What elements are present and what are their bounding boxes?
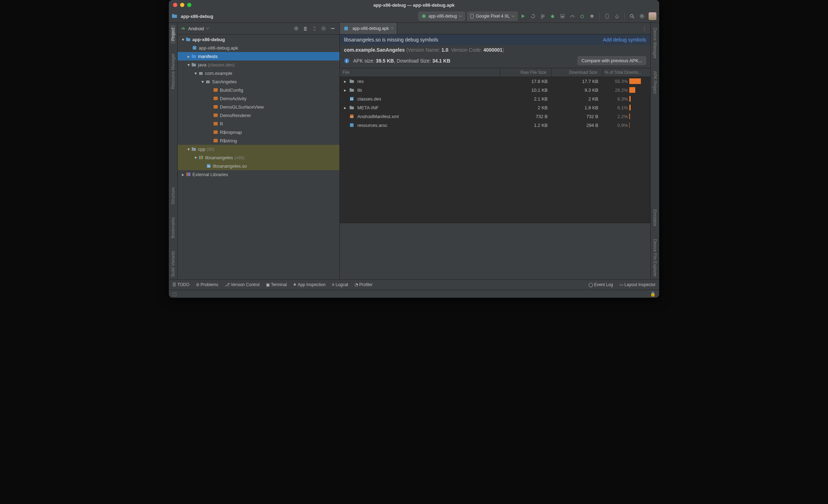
tree-class[interactable]: DemoRenderer [178, 111, 339, 119]
table-row[interactable]: ▸lib10.1 KB9.3 KB29.2% [340, 86, 650, 95]
run-config-selector[interactable]: app-x86-debug [418, 12, 465, 21]
tool-logcat[interactable]: ≡ Logcat [332, 282, 348, 287]
tree-class[interactable]: DemoActivity [178, 94, 339, 103]
project-view-mode[interactable]: Android [188, 26, 204, 31]
svg-rect-56 [188, 173, 189, 176]
minimize-window-button[interactable] [180, 3, 184, 7]
tool-profiler[interactable]: ◔ Profiler [355, 282, 372, 287]
svg-rect-45 [214, 122, 218, 125]
percent: 6.1% [603, 105, 628, 110]
collapse-all-button[interactable] [312, 26, 318, 31]
expand-all-button[interactable] [303, 26, 309, 31]
tool-apk-project[interactable]: APK Project [652, 68, 657, 97]
tool-bookmarks[interactable]: Bookmarks [171, 214, 176, 241]
tree-package[interactable]: ▾ com.example [178, 69, 339, 77]
svg-rect-49 [192, 147, 193, 148]
editor-main: app-x86-debug.apk × ⋮ libsanangeles.so i… [340, 23, 650, 279]
stop-button[interactable] [589, 13, 595, 19]
file-name: res [357, 79, 364, 84]
svg-rect-68 [350, 106, 351, 107]
apply-changes-button[interactable] [530, 13, 536, 19]
svg-rect-26 [304, 27, 307, 28]
select-opened-file-button[interactable] [294, 26, 300, 31]
profile-button[interactable] [569, 13, 575, 19]
tool-app-inspection[interactable]: ✷ App Inspection [293, 282, 325, 287]
tree-class[interactable]: R$mipmap [178, 128, 339, 136]
module-icon [185, 37, 191, 42]
status-tool-windows-button[interactable]: ▢ [172, 291, 177, 297]
tool-device-manager[interactable]: Device Manager [652, 25, 657, 61]
close-tab-button[interactable]: × [391, 26, 393, 31]
tree-class[interactable]: BuildConfig [178, 86, 339, 94]
tool-device-file-explorer[interactable]: Device File Explorer [652, 236, 657, 279]
download-size: 9.3 KB [553, 88, 603, 93]
settings-button[interactable] [639, 13, 645, 19]
tree-cpp[interactable]: ▾ cpp (lib) [178, 145, 339, 153]
svg-rect-63 [350, 89, 354, 92]
left-tool-gutter: Project Resource Manager Structure Bookm… [169, 23, 178, 279]
tree-root[interactable]: ▾ app-x86-debug [178, 35, 339, 44]
tool-resource-manager[interactable]: Resource Manager [171, 51, 176, 92]
apk-size-row: i APK size: 39.5 KB, Download Size: 34.1… [340, 55, 650, 68]
table-row[interactable]: 01classes.dex2.1 KB2 KB6.3% [340, 95, 650, 103]
run-button[interactable] [520, 13, 526, 19]
download-size: 294 B [553, 123, 603, 128]
debug-button[interactable] [549, 13, 556, 19]
tree-external-libs[interactable]: ▸ External Libraries [178, 170, 339, 179]
svg-rect-39 [199, 72, 203, 75]
coverage-button[interactable] [559, 13, 566, 19]
tree-manifests[interactable]: ▸ manifests [178, 52, 339, 60]
tree-class[interactable]: R [178, 119, 339, 128]
table-row[interactable]: <>AndroidManifest.xml732 B732 B2.2% [340, 112, 650, 121]
svg-rect-42 [214, 97, 218, 100]
tool-event-log[interactable]: ◯ Event Log [588, 282, 613, 287]
table-row[interactable]: ▸META-INF2 KB1.9 KB6.1% [340, 103, 650, 112]
tree-class[interactable]: R$string [178, 136, 339, 145]
tool-structure[interactable]: Structure [171, 185, 176, 207]
tool-todo[interactable]: ☰ TODO [172, 282, 190, 287]
tree-apk[interactable]: app-x86-debug.apk [178, 44, 339, 52]
class-icon [213, 121, 218, 127]
folder-icon [349, 78, 355, 84]
user-avatar[interactable] [649, 12, 656, 20]
tool-problems[interactable]: ⊘ Problems [196, 282, 218, 287]
svg-point-30 [321, 26, 326, 31]
tool-layout-inspector[interactable]: ▭ Layout Inspector [619, 282, 656, 287]
svg-rect-27 [304, 28, 307, 29]
panel-settings-button[interactable] [321, 26, 327, 31]
info-icon: i [344, 58, 350, 64]
chevron-down-icon [512, 15, 515, 18]
tool-emulator[interactable]: Emulator [652, 207, 657, 229]
tool-terminal[interactable]: ▣ Terminal [266, 282, 287, 287]
apply-code-changes-button[interactable] [540, 13, 546, 19]
tree-java[interactable]: ▾ java (classes.dex) [178, 60, 339, 69]
folder-icon [191, 62, 197, 67]
tree-so-file[interactable]: 01 libsanangeles.so [178, 162, 339, 170]
attach-debugger-button[interactable] [579, 13, 585, 19]
zoom-window-button[interactable] [187, 3, 191, 7]
svg-rect-3 [471, 14, 473, 18]
close-window-button[interactable] [173, 3, 177, 7]
tool-project[interactable]: Project [171, 25, 176, 44]
raw-size: 10.1 KB [502, 88, 553, 93]
tree-package[interactable]: ▾ SanAngeles [178, 77, 339, 86]
hide-panel-button[interactable] [330, 26, 337, 31]
search-button[interactable] [629, 13, 635, 19]
compare-apk-button[interactable]: Compare with previous APK... [578, 56, 646, 65]
tree-native-lib[interactable]: ▾ libsanangeles (x86) [178, 153, 339, 162]
table-row[interactable]: resources.arsc1.2 KB294 B0.9% [340, 121, 650, 130]
tool-vcs[interactable]: ⎇ Version Control [225, 282, 260, 287]
tool-build-variants[interactable]: Build Variants [171, 248, 176, 279]
avd-manager-button[interactable] [614, 13, 620, 19]
editor-tab[interactable]: app-x86-debug.apk × [340, 23, 397, 34]
project-tree[interactable]: ▾ app-x86-debug app-x86-debug.apk ▸ mani… [178, 34, 339, 279]
add-debug-symbols-link[interactable]: Add debug symbols [603, 37, 646, 43]
sync-button[interactable] [604, 13, 610, 19]
status-lock-icon[interactable]: 🔒 [650, 291, 656, 297]
device-selector[interactable]: Google Pixel 4 XL [467, 12, 518, 21]
editor-tabs-menu[interactable]: ⋮ [639, 23, 650, 34]
tree-class[interactable]: DemoGLSurfaceView [178, 103, 339, 111]
svg-point-29 [323, 27, 325, 30]
breadcrumb[interactable]: app-x86-debug [172, 13, 213, 19]
table-row[interactable]: ▸res17.8 KB17.7 KB55.3% [340, 77, 650, 86]
